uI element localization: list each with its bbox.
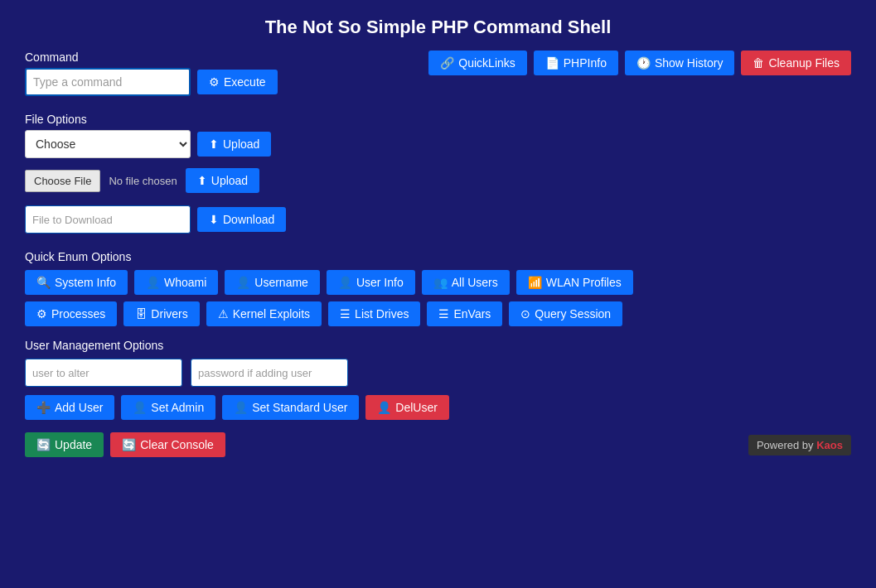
circle-icon: ⊙ [520,307,530,321]
page-title: The Not So Simple PHP Command Shell [0,0,876,51]
file-icon: 📄 [545,56,559,70]
link-icon: 🔗 [440,56,454,70]
users-icon: 👥 [433,276,448,289]
gear2-icon: ⚙ [36,307,47,321]
password-input[interactable] [191,359,348,387]
envars-button[interactable]: ☰ EnVars [427,301,502,326]
refresh-icon: 🔄 [36,438,51,451]
drivers-button[interactable]: 🗄 Drivers [123,301,199,326]
list2-icon: ☰ [438,307,449,321]
user3-icon: 👤 [338,276,352,289]
add-user-button[interactable]: ➕ Add User [25,395,114,420]
choose-file-button[interactable]: Choose File [25,170,100,192]
user-inputs-row [25,359,851,387]
wifi-icon: 📶 [528,276,542,289]
execute-button[interactable]: ⚙ Execute [197,70,278,94]
upload2-button[interactable]: ⬆ Upload [186,168,259,193]
whoami-button[interactable]: 👤 Whoami [134,270,218,295]
quick-enum-row2: ⚙ Processes 🗄 Drivers ⚠ Kernel Exploits … [25,301,851,326]
list-icon: ☰ [340,307,351,321]
clear-console-button[interactable]: 🔄 Clear Console [110,432,225,457]
standard-user-icon: 👤 [234,401,248,414]
del-user-button[interactable]: 👤 DelUser [365,395,449,420]
set-admin-button[interactable]: 👤 Set Admin [121,395,215,420]
user-to-alter-input[interactable] [25,359,182,387]
file-chooser-row: Choose File No file chosen ⬆ Upload [25,168,851,193]
top-buttons-group: 🔗 QuickLinks 📄 PHPInfo 🕐 Show History 🗑 … [428,51,851,75]
command-label: Command [25,51,428,64]
database-icon: 🗄 [135,307,147,321]
download-input[interactable] [25,205,191,234]
username-button[interactable]: 👤 Username [225,270,320,295]
update-button[interactable]: 🔄 Update [25,432,104,457]
gear-icon: ⚙ [209,75,220,89]
list-drives-button[interactable]: ☰ List Drives [328,301,420,326]
history-icon: 🕐 [636,56,651,70]
user2-icon: 👤 [236,276,250,289]
phpinfo-button[interactable]: 📄 PHPInfo [534,51,618,75]
user-info-button[interactable]: 👤 User Info [327,270,415,295]
trash-icon: 🗑 [753,56,764,70]
user-mgmt-section: User Management Options ➕ Add User 👤 Set… [25,339,851,420]
quick-enum-row1: 🔍 System Info 👤 Whoami 👤 Username 👤 User… [25,270,851,295]
file-options-label: File Options [25,113,851,126]
add-user-icon: ➕ [36,401,51,414]
upload2-icon: ⬆ [197,174,207,187]
search-icon: 🔍 [36,276,51,289]
upload-button[interactable]: ⬆ Upload [197,132,271,157]
no-file-label: No file chosen [109,175,177,187]
quick-enum-section: Quick Enum Options 🔍 System Info 👤 Whoam… [25,250,851,326]
user-icon: 👤 [146,276,160,289]
processes-button[interactable]: ⚙ Processes [25,301,117,326]
quicklinks-button[interactable]: 🔗 QuickLinks [428,51,526,75]
all-users-button[interactable]: 👥 All Users [422,270,510,295]
kernel-exploits-button[interactable]: ⚠ Kernel Exploits [206,301,322,326]
clear-icon: 🔄 [122,438,136,451]
download-row: ⬇ Download [25,205,851,234]
cleanup-files-button[interactable]: 🗑 Cleanup Files [741,51,851,75]
quick-enum-label: Quick Enum Options [25,250,851,263]
query-session-button[interactable]: ⊙ Query Session [509,301,622,326]
system-info-button[interactable]: 🔍 System Info [25,270,128,295]
admin-icon: 👤 [133,401,147,414]
set-standard-user-button[interactable]: 👤 Set Standard User [222,395,359,420]
warning-icon: ⚠ [218,307,229,321]
wlan-button[interactable]: 📶 WLAN Profiles [516,270,633,295]
upload-icon: ⬆ [209,137,219,151]
file-options-select[interactable]: Choose [25,130,191,158]
del-user-icon: 👤 [377,401,391,414]
download-icon: ⬇ [209,213,219,226]
command-input[interactable] [25,68,191,96]
bottom-row: 🔄 Update 🔄 Clear Console Powered by Kaos [25,432,851,457]
user-mgmt-buttons: ➕ Add User 👤 Set Admin 👤 Set Standard Us… [25,395,851,420]
user-mgmt-label: User Management Options [25,339,851,352]
show-history-button[interactable]: 🕐 Show History [625,51,734,75]
file-options-section: File Options Choose ⬆ Upload [25,113,851,158]
download-button[interactable]: ⬇ Download [197,207,286,232]
kaos-label: Kaos [816,439,843,451]
powered-by: Powered by Kaos [748,435,851,455]
